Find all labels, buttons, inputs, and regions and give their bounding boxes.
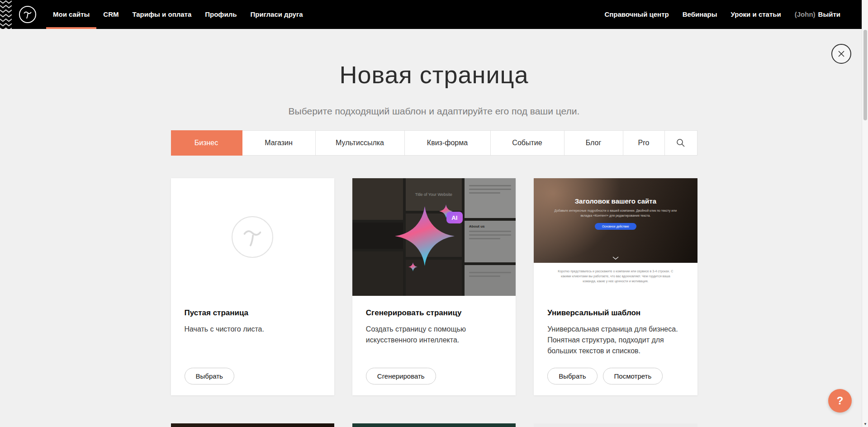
scrollbar-down-arrow[interactable]: ▼	[862, 422, 868, 426]
template-card-ai-generate[interactable]: Title of Your Website About us	[352, 178, 516, 395]
nav-item-profile[interactable]: Профиль	[198, 0, 243, 29]
tab-blog[interactable]: Блог	[564, 131, 623, 155]
blank-template-preview	[171, 178, 334, 296]
preview-cta-button: Основное действие	[595, 223, 636, 230]
new-page-dialog: Новая страница Выберите подходящий шабло…	[0, 29, 868, 427]
card-description: Начать с чистого листа.	[185, 324, 321, 335]
card-actions: Выбрать Посмотреть	[547, 368, 683, 384]
close-icon	[837, 50, 845, 58]
tab-pro[interactable]: Pro	[623, 131, 665, 155]
vertical-scrollbar[interactable]: ▼	[862, 0, 868, 427]
page-title: Новая страница	[0, 29, 868, 89]
ai-template-preview: Title of Your Website About us	[352, 178, 516, 296]
template-card-partial[interactable]	[352, 423, 516, 427]
card-body: Универсальный шаблон Универсальная стран…	[534, 296, 697, 395]
card-title: Сгенерировать страницу	[366, 308, 502, 318]
navbar-left-menu: Мои сайты CRM Тарифы и оплата Профиль Пр…	[46, 0, 310, 29]
tilda-watermark	[232, 216, 273, 258]
template-grid-row2	[171, 423, 697, 427]
card-actions: Сгенерировать	[366, 368, 502, 384]
navbar-right-menu: Справочный центр Вебинары Уроки и статьи…	[598, 0, 847, 29]
template-category-tabs: Бизнес Магазин Мультиссылка Квиз-форма С…	[171, 130, 697, 156]
top-navbar: Мои сайты CRM Тарифы и оплата Профиль Пр…	[0, 0, 868, 29]
generate-button[interactable]: Сгенерировать	[366, 368, 436, 384]
ai-sparkle-small-icon	[408, 262, 417, 271]
nav-item-my-sites[interactable]: Мои сайты	[46, 0, 96, 29]
view-button[interactable]: Посмотреть	[603, 368, 663, 384]
card-actions: Выбрать	[185, 368, 321, 384]
nav-item-webinars[interactable]: Вебинары	[676, 0, 724, 29]
tab-quiz-form[interactable]: Квиз-форма	[405, 131, 491, 155]
card-title: Универсальный шаблон	[547, 308, 683, 318]
preview-hero: Заголовок вашего сайта Добавьте интересн…	[534, 178, 697, 263]
nav-user-logout[interactable]: (John)Выйти	[788, 0, 847, 29]
scrollbar-thumb[interactable]	[863, 30, 867, 120]
tilda-watermark-icon	[240, 224, 265, 250]
nav-item-lessons[interactable]: Уроки и статьи	[724, 0, 788, 29]
nav-item-tariffs[interactable]: Тарифы и оплата	[125, 0, 198, 29]
logout-label: Выйти	[818, 10, 840, 18]
card-body: Сгенерировать страницу Создать страницу …	[352, 296, 516, 395]
universal-template-preview: Заголовок вашего сайта Добавьте интересн…	[534, 178, 697, 296]
template-card-partial[interactable]	[534, 423, 697, 427]
chevron-down-icon	[612, 256, 619, 260]
template-grid: Пустая страница Начать с чистого листа. …	[171, 178, 697, 395]
template-card-partial[interactable]	[171, 423, 334, 427]
search-icon	[676, 138, 686, 148]
tilda-logo[interactable]	[19, 6, 36, 23]
tab-multilink[interactable]: Мультиссылка	[316, 131, 405, 155]
preview-hero-title: Заголовок вашего сайта	[575, 197, 656, 205]
tab-event[interactable]: Событие	[491, 131, 564, 155]
template-card-blank[interactable]: Пустая страница Начать с чистого листа. …	[171, 178, 334, 395]
preview-body: Коротко представьтесь и расскажите о ком…	[534, 263, 697, 296]
card-title: Пустая страница	[185, 308, 321, 318]
close-button[interactable]	[831, 44, 851, 64]
user-name: (John)	[795, 10, 816, 18]
choose-button[interactable]: Выбрать	[547, 368, 597, 384]
preview-body-text: Коротко представьтесь и расскажите о ком…	[555, 269, 676, 296]
tab-business[interactable]: Бизнес	[171, 130, 242, 156]
ai-badge: AI	[446, 212, 463, 223]
page-subtitle: Выберите подходящий шаблон и адаптируйте…	[0, 106, 868, 117]
nav-item-crm[interactable]: CRM	[96, 0, 125, 29]
card-body: Пустая страница Начать с чистого листа. …	[171, 296, 334, 395]
nav-item-invite-friend[interactable]: Пригласи друга	[243, 0, 309, 29]
question-icon: ?	[837, 394, 844, 407]
preview-hero-subtitle: Добавьте интересные подробности о вашей …	[550, 209, 681, 218]
tab-search[interactable]	[665, 131, 697, 155]
zigzag-decoration	[0, 0, 12, 29]
help-button[interactable]: ?	[828, 389, 852, 413]
card-description: Универсальная страница для бизнеса. Поня…	[547, 324, 683, 356]
nav-item-help-center[interactable]: Справочный центр	[598, 0, 675, 29]
tilda-logo-icon	[22, 9, 33, 20]
card-description: Создать страницу с помощью искусственног…	[366, 324, 502, 346]
choose-button[interactable]: Выбрать	[185, 368, 234, 384]
template-card-universal[interactable]: Заголовок вашего сайта Добавьте интересн…	[534, 178, 697, 395]
tab-shop[interactable]: Магазин	[242, 131, 316, 155]
